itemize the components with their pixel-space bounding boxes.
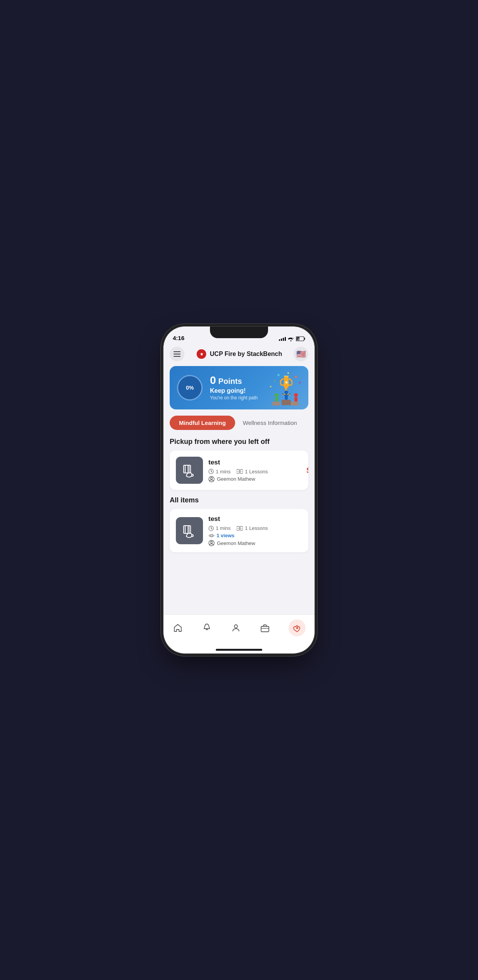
- tools-nav-icon: [260, 622, 270, 633]
- nav-tools[interactable]: [255, 621, 275, 635]
- all-items-lessons: 1 Lessons: [237, 525, 268, 531]
- eye-icon: [208, 533, 215, 538]
- trophy-svg: ★: [267, 371, 304, 408]
- svg-rect-22: [285, 394, 288, 400]
- book-brain-icon: [181, 461, 198, 479]
- home-nav-icon: [172, 622, 183, 633]
- all-items-book-brain-icon: [181, 522, 198, 540]
- briefcase-icon: [260, 623, 270, 633]
- nav-notifications[interactable]: [197, 621, 217, 635]
- svg-point-19: [275, 393, 279, 397]
- tab-wellness-information[interactable]: Wellness Information: [238, 416, 302, 430]
- svg-point-39: [211, 477, 213, 479]
- nav-wellness[interactable]: [284, 618, 310, 638]
- pickup-lessons: 1 Lessons: [237, 469, 268, 475]
- all-items-course-card[interactable]: test 1 mins: [170, 509, 308, 552]
- status-time: 4:16: [173, 335, 184, 341]
- header-title: UCP Fire by StackBench: [210, 351, 282, 358]
- svg-point-21: [284, 390, 288, 394]
- battery-icon: 36: [296, 336, 305, 341]
- bottom-nav: [163, 614, 315, 646]
- svg-point-48: [211, 535, 213, 536]
- svg-text:36: 36: [297, 338, 300, 340]
- home-indicator: [163, 646, 315, 653]
- book-icon: [237, 469, 243, 474]
- svg-point-50: [211, 542, 213, 543]
- all-items-author: Geemon Mathew: [208, 540, 302, 546]
- wellness-hands-icon: [292, 623, 302, 633]
- svg-point-11: [287, 372, 289, 374]
- app-header: ⚜ UCP Fire by StackBench 🇺🇸: [163, 344, 315, 366]
- svg-rect-5: [174, 354, 181, 354]
- course-info: test 1 mins: [208, 459, 302, 482]
- all-items-course-icon: [176, 517, 203, 544]
- svg-text:⚜: ⚜: [199, 352, 203, 356]
- hamburger-icon: [174, 351, 181, 357]
- course-icon: [176, 457, 203, 484]
- points-label: Points: [218, 377, 242, 386]
- all-items-author-icon: [208, 540, 215, 546]
- phone-screen: 4:16 36: [163, 327, 315, 653]
- wifi-icon: [288, 337, 294, 341]
- svg-text:★: ★: [284, 380, 289, 385]
- svg-point-14: [299, 382, 301, 384]
- svg-rect-27: [291, 402, 299, 406]
- svg-rect-4: [174, 351, 181, 352]
- points-banner: 0% 0 Points Keep going! You're on the ri…: [170, 366, 308, 409]
- all-items-meta-row2: 1 views: [208, 533, 302, 538]
- all-items-author-name: Geemon Mathew: [217, 540, 255, 546]
- svg-point-13: [274, 380, 275, 382]
- signal-icon: [279, 337, 286, 341]
- svg-point-10: [277, 374, 280, 376]
- svg-rect-24: [294, 397, 297, 402]
- points-value: 0: [210, 375, 216, 386]
- all-items-heading: All items: [170, 496, 308, 504]
- bell-icon: [202, 623, 211, 633]
- svg-rect-26: [272, 402, 280, 406]
- pickup-section-heading: Pickup from where you left off: [170, 438, 308, 446]
- flag-icon: 🇺🇸: [296, 349, 306, 359]
- svg-rect-1: [304, 338, 305, 340]
- all-items-book-icon: [237, 526, 243, 531]
- phone-frame: 4:16 36: [163, 327, 315, 653]
- home-icon: [173, 623, 182, 633]
- notifications-nav-icon: [201, 622, 212, 633]
- trophy-illustration: ★: [267, 371, 304, 409]
- all-items-views-text: 1 views: [217, 533, 234, 538]
- pickup-mins: 1 mins: [216, 469, 230, 475]
- progress-inner: 0%: [178, 376, 201, 399]
- clock-icon: [208, 469, 214, 474]
- scroll-content: 0% 0 Points Keep going! You're on the ri…: [163, 366, 315, 614]
- all-items-mins: 1 mins: [216, 525, 230, 531]
- svg-rect-52: [261, 626, 269, 632]
- svg-rect-40: [184, 526, 189, 533]
- flag-button[interactable]: 🇺🇸: [294, 347, 308, 361]
- all-items-duration: 1 mins: [208, 525, 230, 531]
- all-items-meta-row1: 1 mins 1 Lessons: [208, 525, 302, 531]
- header-title-area: ⚜ UCP Fire by StackBench: [196, 349, 282, 359]
- author-avatar-icon: [208, 476, 215, 482]
- pickup-course-card[interactable]: test 1 mins: [170, 450, 308, 490]
- person-icon: [231, 623, 241, 633]
- progress-percent: 0%: [186, 385, 194, 391]
- all-items-views: 1 views: [208, 533, 234, 538]
- svg-rect-30: [184, 465, 189, 473]
- svg-rect-25: [282, 400, 291, 405]
- tab-mindful-learning[interactable]: Mindful Learning: [170, 416, 235, 430]
- menu-button[interactable]: [170, 347, 184, 361]
- pickup-course-title: test: [208, 459, 302, 466]
- status-icons: 36: [279, 336, 305, 341]
- notch: [210, 327, 268, 338]
- pickup-author-name: Geemon Mathew: [217, 476, 255, 482]
- profile-nav-icon: [230, 622, 241, 633]
- all-items-lessons-text: 1 Lessons: [245, 525, 268, 531]
- all-items-clock-icon: [208, 526, 214, 531]
- nav-profile[interactable]: [226, 621, 246, 635]
- pickup-duration: 1 mins: [208, 469, 230, 475]
- all-items-course-info: test 1 mins: [208, 515, 302, 546]
- pickup-course-meta: 1 mins 1 Lessons: [208, 469, 302, 475]
- svg-point-23: [294, 393, 298, 397]
- svg-point-12: [295, 376, 297, 378]
- progress-circle: 0%: [176, 374, 204, 402]
- nav-home[interactable]: [168, 621, 188, 635]
